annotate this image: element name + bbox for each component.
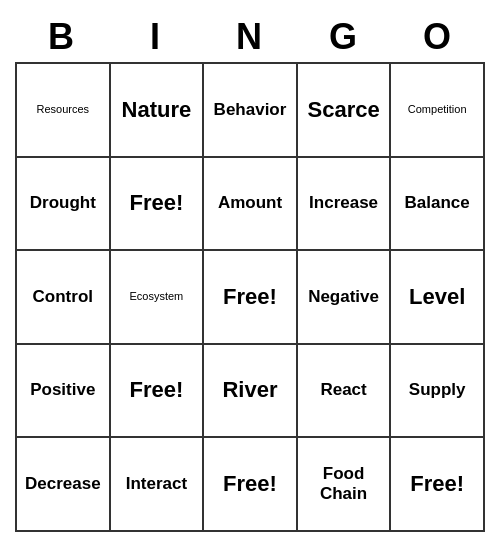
header-letter-G: G: [297, 12, 391, 62]
header-letter-I: I: [109, 12, 203, 62]
bingo-cell-4-4: Free!: [391, 438, 485, 532]
cell-text-0-3: Scarce: [307, 97, 379, 123]
cell-text-0-2: Behavior: [214, 100, 287, 120]
cell-text-0-4: Competition: [408, 103, 467, 116]
bingo-cell-0-2: Behavior: [204, 64, 298, 158]
bingo-cell-1-0: Drought: [17, 158, 111, 252]
bingo-cell-2-0: Control: [17, 251, 111, 345]
bingo-cell-2-3: Negative: [298, 251, 392, 345]
cell-text-3-2: River: [222, 377, 277, 403]
cell-text-3-3: React: [320, 380, 366, 400]
cell-text-1-0: Drought: [30, 193, 96, 213]
bingo-row-4: DecreaseInteractFree!Food ChainFree!: [17, 438, 485, 532]
header-letter-O: O: [391, 12, 485, 62]
bingo-cell-3-0: Positive: [17, 345, 111, 439]
cell-text-2-3: Negative: [308, 287, 379, 307]
cell-text-2-2: Free!: [223, 284, 277, 310]
cell-text-3-0: Positive: [30, 380, 95, 400]
cell-text-1-4: Balance: [405, 193, 470, 213]
cell-text-2-4: Level: [409, 284, 465, 310]
cell-text-3-1: Free!: [129, 377, 183, 403]
bingo-header: BINGO: [15, 12, 485, 62]
bingo-cell-3-3: React: [298, 345, 392, 439]
bingo-cell-4-0: Decrease: [17, 438, 111, 532]
bingo-cell-2-4: Level: [391, 251, 485, 345]
bingo-cell-4-2: Free!: [204, 438, 298, 532]
cell-text-4-0: Decrease: [25, 474, 101, 494]
cell-text-0-0: Resources: [37, 103, 90, 116]
cell-text-4-4: Free!: [410, 471, 464, 497]
bingo-cell-3-2: River: [204, 345, 298, 439]
cell-text-4-1: Interact: [126, 474, 187, 494]
bingo-cell-2-2: Free!: [204, 251, 298, 345]
bingo-row-0: ResourcesNatureBehaviorScarceCompetition: [17, 64, 485, 158]
bingo-cell-4-3: Food Chain: [298, 438, 392, 532]
bingo-card: BINGO ResourcesNatureBehaviorScarceCompe…: [15, 12, 485, 532]
cell-text-3-4: Supply: [409, 380, 466, 400]
bingo-cell-1-2: Amount: [204, 158, 298, 252]
bingo-cell-1-1: Free!: [111, 158, 205, 252]
bingo-cell-1-3: Increase: [298, 158, 392, 252]
bingo-grid: ResourcesNatureBehaviorScarceCompetition…: [15, 62, 485, 532]
bingo-cell-4-1: Interact: [111, 438, 205, 532]
cell-text-1-3: Increase: [309, 193, 378, 213]
cell-text-4-2: Free!: [223, 471, 277, 497]
bingo-cell-2-1: Ecosystem: [111, 251, 205, 345]
bingo-cell-0-4: Competition: [391, 64, 485, 158]
header-letter-N: N: [203, 12, 297, 62]
bingo-cell-1-4: Balance: [391, 158, 485, 252]
bingo-row-1: DroughtFree!AmountIncreaseBalance: [17, 158, 485, 252]
header-letter-B: B: [15, 12, 109, 62]
cell-text-2-1: Ecosystem: [129, 290, 183, 303]
cell-text-1-2: Amount: [218, 193, 282, 213]
cell-text-4-3: Food Chain: [302, 464, 386, 505]
bingo-cell-3-1: Free!: [111, 345, 205, 439]
bingo-row-3: PositiveFree!RiverReactSupply: [17, 345, 485, 439]
cell-text-2-0: Control: [33, 287, 93, 307]
cell-text-1-1: Free!: [129, 190, 183, 216]
bingo-row-2: ControlEcosystemFree!NegativeLevel: [17, 251, 485, 345]
bingo-cell-3-4: Supply: [391, 345, 485, 439]
bingo-cell-0-1: Nature: [111, 64, 205, 158]
cell-text-0-1: Nature: [122, 97, 192, 123]
bingo-cell-0-3: Scarce: [298, 64, 392, 158]
bingo-cell-0-0: Resources: [17, 64, 111, 158]
